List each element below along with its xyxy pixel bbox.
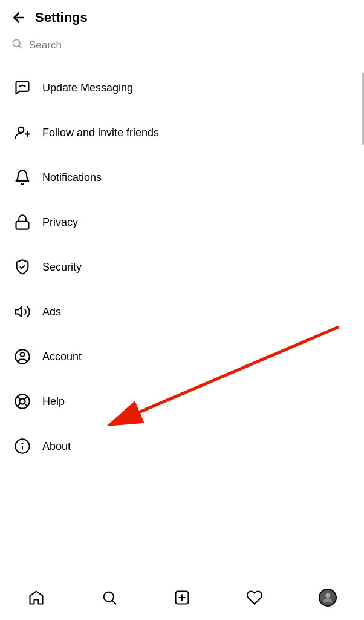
header: Settings xyxy=(0,0,364,31)
svg-point-21 xyxy=(103,592,113,601)
scrollbar-thumb[interactable] xyxy=(362,73,364,145)
menu-label-notifications: Notifications xyxy=(42,171,102,184)
avatar xyxy=(319,589,337,607)
messenger-icon xyxy=(11,76,34,99)
menu-item-privacy[interactable]: Privacy xyxy=(0,200,364,245)
svg-line-14 xyxy=(24,397,27,400)
bell-icon xyxy=(11,166,34,189)
svg-point-26 xyxy=(325,593,330,597)
menu-label-account: Account xyxy=(42,351,82,363)
search-bar[interactable] xyxy=(11,38,353,58)
nav-activity[interactable] xyxy=(218,589,291,606)
bottom-nav xyxy=(0,579,364,620)
search-icon xyxy=(11,38,23,53)
info-circle-icon xyxy=(11,435,34,458)
nav-profile[interactable] xyxy=(291,589,364,607)
svg-line-22 xyxy=(112,601,115,604)
menu-item-follow-invite[interactable]: Follow and invite friends xyxy=(0,110,364,155)
shield-icon xyxy=(11,256,34,279)
svg-marker-7 xyxy=(15,307,21,317)
back-button[interactable] xyxy=(11,10,27,25)
svg-point-3 xyxy=(18,127,24,133)
svg-line-13 xyxy=(24,403,27,406)
menu-item-update-messaging[interactable]: Update Messaging xyxy=(0,65,364,110)
svg-point-1 xyxy=(13,39,20,47)
menu-item-security[interactable]: Security xyxy=(0,245,364,289)
menu-label-help: Help xyxy=(42,395,65,408)
menu-item-help[interactable]: Help xyxy=(0,379,364,424)
megaphone-icon xyxy=(11,300,34,323)
lifebuoy-icon xyxy=(11,390,34,413)
nav-search[interactable] xyxy=(73,589,145,606)
menu-item-about[interactable]: About xyxy=(0,424,364,469)
menu-label-ads: Ads xyxy=(42,306,61,318)
nav-home[interactable] xyxy=(0,589,73,606)
add-person-icon xyxy=(11,121,34,144)
lock-icon xyxy=(11,211,34,234)
svg-line-15 xyxy=(18,403,21,406)
menu-label-privacy: Privacy xyxy=(42,216,78,229)
scrollbar[interactable] xyxy=(362,73,364,572)
menu-label-security: Security xyxy=(42,261,82,274)
menu-item-notifications[interactable]: Notifications xyxy=(0,155,364,200)
svg-point-9 xyxy=(21,352,25,357)
menu-item-ads[interactable]: Ads xyxy=(0,289,364,334)
search-input[interactable] xyxy=(29,39,353,51)
menu-label-update-messaging: Update Messaging xyxy=(42,82,133,94)
svg-line-12 xyxy=(18,397,21,400)
menu-list: Update Messaging Follow and invite frien… xyxy=(0,62,364,472)
svg-line-2 xyxy=(19,46,22,48)
person-circle-icon xyxy=(11,345,34,368)
menu-label-about: About xyxy=(42,440,71,453)
menu-label-follow-invite: Follow and invite friends xyxy=(42,127,159,139)
nav-new-post[interactable] xyxy=(146,589,218,606)
menu-item-account[interactable]: Account xyxy=(0,334,364,379)
page-title: Settings xyxy=(35,10,88,25)
svg-rect-6 xyxy=(16,222,29,229)
